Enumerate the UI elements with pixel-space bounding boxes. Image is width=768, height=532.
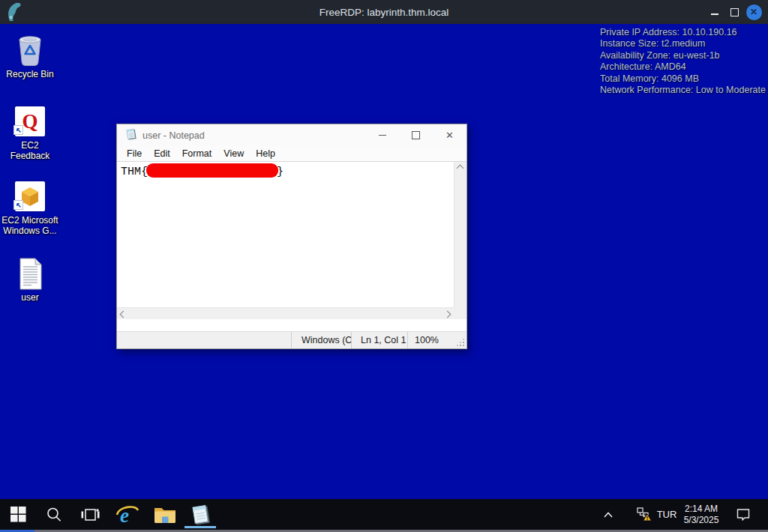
rdp-window-title: FreeRDP: labyrinth.thm.local <box>0 7 768 18</box>
maximize-icon <box>730 8 739 16</box>
menu-edit[interactable]: Edit <box>148 148 176 159</box>
desktop-icon-label: user <box>21 292 38 303</box>
internet-explorer-button[interactable]: e <box>111 499 144 530</box>
flag-prefix: THM{ <box>121 166 148 178</box>
status-zoom-level: 100% <box>407 332 466 348</box>
ec2-info-line: Total Memory: 4096 MB <box>600 73 766 85</box>
close-icon: ✕ <box>446 130 454 141</box>
menu-format[interactable]: Format <box>176 148 218 159</box>
notepad-window-title: user - Notepad <box>142 130 205 141</box>
rdp-screen: FreeRDP: labyrinth.thm.local ✕ Private I… <box>0 0 768 532</box>
flag-suffix: } <box>277 166 284 178</box>
ec2-info-line: Network Performance: Low to Moderate <box>600 85 766 96</box>
notepad-icon <box>190 504 212 526</box>
file-explorer-icon <box>154 505 176 524</box>
tray-show-hidden-button[interactable] <box>597 499 620 530</box>
ec2-info-line: Architecture: AMD64 <box>600 61 766 73</box>
language-indicator: TUR <box>657 509 677 520</box>
desktop-icon-label: EC2 Microsoft Windows G... <box>2 215 58 236</box>
active-app-indicator <box>184 526 216 528</box>
task-view-icon <box>80 507 100 523</box>
ec2-instance-info: Private IP Address: 10.10.190.16 Instanc… <box>600 27 766 96</box>
clock-time: 2:14 AM <box>684 504 719 515</box>
ec2-info-line: Availability Zone: eu-west-1b <box>600 50 766 61</box>
action-center-button[interactable] <box>730 499 756 530</box>
q-letter-icon: Q <box>22 112 38 132</box>
task-view-button[interactable] <box>72 499 108 530</box>
scroll-right-icon[interactable] <box>444 311 452 318</box>
clock-date: 5/3/2025 <box>684 515 719 526</box>
desktop-icon-ec2-feedback[interactable]: Q EC2 Feedback <box>2 104 58 161</box>
file-explorer-button[interactable] <box>148 499 182 530</box>
ec2-windows-cube-icon <box>13 179 47 214</box>
scrollbar-corner <box>454 307 466 319</box>
shortcut-arrow-icon <box>14 199 23 213</box>
taskbar: e <box>0 499 768 532</box>
ec2-feedback-icon: Q <box>13 104 47 139</box>
scroll-up-icon[interactable] <box>457 165 464 172</box>
search-button[interactable] <box>36 499 72 530</box>
rdp-maximize-button[interactable] <box>724 0 744 24</box>
close-icon: ✕ <box>746 4 762 20</box>
network-warning-icon <box>637 507 652 522</box>
user-file-icon <box>13 256 47 291</box>
notepad-text-area[interactable]: THM{} <box>117 162 454 319</box>
desktop-icon-user-file[interactable]: user <box>2 256 58 303</box>
horizontal-scrollbar[interactable] <box>117 307 454 319</box>
maximize-icon <box>412 131 420 139</box>
menu-view[interactable]: View <box>218 148 250 159</box>
desktop-icon-label: Recycle Bin <box>6 69 53 79</box>
rdp-titlebar[interactable]: FreeRDP: labyrinth.thm.local ✕ <box>0 0 768 24</box>
scroll-left-icon[interactable] <box>120 311 128 318</box>
desktop-icon-recycle-bin[interactable]: Recycle Bin <box>2 33 58 79</box>
windows-logo-icon <box>10 507 26 522</box>
notepad-menubar: File Edit Format View Help <box>117 146 466 161</box>
menu-help[interactable]: Help <box>250 148 281 159</box>
tray-clock-button[interactable]: 2:14 AM 5/3/2025 <box>680 499 723 530</box>
notepad-minimize-button[interactable] <box>365 124 399 146</box>
notepad-close-button[interactable]: ✕ <box>433 124 466 146</box>
notepad-window: user - Notepad ✕ File Edit Format View H… <box>116 124 467 349</box>
search-icon <box>46 507 62 523</box>
minimize-icon <box>379 135 386 136</box>
ec2-info-line: Instance Size: t2.medium <box>600 38 766 49</box>
redaction-box <box>146 163 278 178</box>
rdp-close-button[interactable]: ✕ <box>744 0 764 24</box>
desktop-background[interactable]: Private IP Address: 10.10.190.16 Instanc… <box>0 24 768 499</box>
notepad-taskbar-button[interactable] <box>184 499 218 530</box>
shortcut-arrow-icon <box>14 124 23 138</box>
notepad-statusbar: Windows (C Ln 1, Col 1 100% <box>117 331 466 348</box>
notepad-maximize-button[interactable] <box>399 124 433 146</box>
tray-language-button[interactable]: TUR <box>654 499 680 530</box>
action-center-icon <box>736 508 751 522</box>
recycle-bin-icon <box>13 33 47 67</box>
resize-grip[interactable] <box>463 345 464 346</box>
notepad-titlebar[interactable]: user - Notepad ✕ <box>117 124 466 146</box>
menu-file[interactable]: File <box>121 148 148 159</box>
tray-network-button[interactable] <box>633 499 656 530</box>
start-button[interactable] <box>0 499 36 530</box>
notepad-app-icon <box>125 128 137 143</box>
desktop-icon-ec2-windows-guide[interactable]: EC2 Microsoft Windows G... <box>2 179 58 236</box>
rdp-minimize-button[interactable] <box>705 0 724 24</box>
internet-explorer-icon: e <box>116 504 140 526</box>
chevron-up-icon <box>603 511 614 519</box>
desktop-icon-label: EC2 Feedback <box>2 140 58 161</box>
ec2-info-line: Private IP Address: 10.10.190.16 <box>600 27 766 38</box>
vertical-scrollbar[interactable] <box>454 162 466 319</box>
minimize-icon <box>711 13 718 15</box>
